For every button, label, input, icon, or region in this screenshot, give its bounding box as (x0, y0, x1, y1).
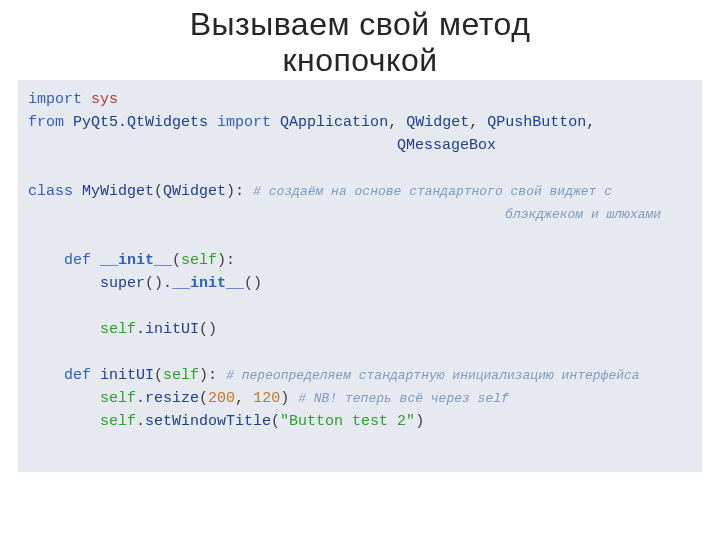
import-qapplication: QApplication (280, 114, 388, 131)
kw-import: import (28, 91, 82, 108)
title-line-1: Вызываем свой метод (190, 6, 531, 42)
module-pyqt: PyQt5.QtWidgets (73, 114, 208, 131)
kw-class: class (28, 183, 73, 200)
dot: . (163, 275, 172, 292)
class-base: QWidget (163, 183, 226, 200)
paren: ): (226, 183, 244, 200)
method-init: __init__ (100, 252, 172, 269)
class-comment-1: # создаём на основе стандартного свой ви… (253, 184, 612, 199)
class-comment-2: блэкджеком и шлюхами (505, 207, 661, 222)
method-initui: initUI (100, 367, 154, 384)
paren: () (145, 275, 163, 292)
dunder-init: __init__ (172, 275, 244, 292)
import-qwidget: QWidget (406, 114, 469, 131)
call-initui: initUI (145, 321, 199, 338)
string-title: "Button test 2" (280, 413, 415, 430)
paren: ): (217, 252, 235, 269)
paren: ( (154, 183, 163, 200)
import-qmessagebox: QMessageBox (397, 137, 496, 154)
kw-self: self (100, 321, 136, 338)
dot: . (136, 390, 145, 407)
paren: ) (280, 390, 289, 407)
paren: () (199, 321, 217, 338)
paren: ( (154, 367, 163, 384)
paren: ( (199, 390, 208, 407)
kw-def: def (64, 252, 91, 269)
paren: ( (172, 252, 181, 269)
comma: , (469, 114, 478, 131)
paren: ) (415, 413, 424, 430)
title-line-2: кнопочкой (282, 42, 437, 78)
call-resize: resize (145, 390, 199, 407)
kw-self: self (181, 252, 217, 269)
dot: . (136, 321, 145, 338)
dot: . (136, 413, 145, 430)
comma: , (235, 390, 244, 407)
paren: ( (271, 413, 280, 430)
num-height: 120 (253, 390, 280, 407)
kw-self: self (100, 413, 136, 430)
call-super: super (100, 275, 145, 292)
import-qpushbutton: QPushButton (487, 114, 586, 131)
paren: ): (199, 367, 217, 384)
kw-self: self (163, 367, 199, 384)
resize-comment: # NB! теперь всё через self (298, 391, 509, 406)
comma: , (388, 114, 397, 131)
slide-title: Вызываем свой метод кнопочкой (0, 6, 720, 78)
kw-from: from (28, 114, 64, 131)
paren: () (244, 275, 262, 292)
kw-import-2: import (217, 114, 271, 131)
initui-comment: # переопределяем стандартную инициализац… (226, 368, 639, 383)
code-block: import sys from PyQt5.QtWidgets import Q… (18, 80, 702, 472)
slide: Вызываем свой метод кнопочкой import sys… (0, 0, 720, 540)
module-sys: sys (91, 91, 118, 108)
call-setwindowtitle: setWindowTitle (145, 413, 271, 430)
num-width: 200 (208, 390, 235, 407)
class-name: MyWidget (82, 183, 154, 200)
comma: , (586, 114, 595, 131)
kw-self: self (100, 390, 136, 407)
kw-def: def (64, 367, 91, 384)
